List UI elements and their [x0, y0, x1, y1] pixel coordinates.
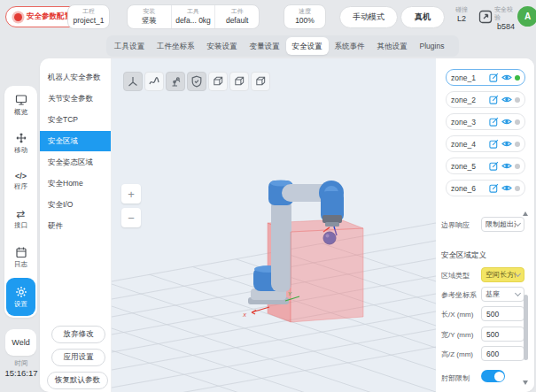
path-icon: [148, 75, 160, 88]
scroll-down-arrow[interactable]: [523, 380, 528, 385]
zone-list-item[interactable]: zone_4: [446, 135, 525, 152]
menu-item-safety-tcp[interactable]: 安全TCP: [40, 110, 111, 130]
tab-variable-settings[interactable]: 变量设置: [244, 37, 286, 55]
menu-item-safety-io[interactable]: 安全I/O: [40, 195, 111, 215]
code-icon: </>: [15, 172, 27, 181]
dim-y-input[interactable]: [481, 327, 524, 342]
tab-mount-settings[interactable]: 安装设置: [201, 37, 244, 55]
tab-workpiece-frame[interactable]: 工件坐标系: [151, 37, 201, 55]
collision-label: 碰撞: [455, 6, 468, 14]
zoom-out-button[interactable]: −: [121, 208, 141, 227]
nav-item-program[interactable]: </> 程序: [4, 162, 37, 200]
dim-x-input[interactable]: [481, 306, 524, 321]
tab-system-events[interactable]: 系统事件: [329, 37, 371, 55]
zone-list-item[interactable]: zone_3: [446, 113, 525, 130]
edit-icon[interactable]: [488, 183, 499, 194]
project-selector[interactable]: 工程 project_1: [67, 4, 110, 29]
tab-plugins[interactable]: Plugins: [414, 37, 451, 55]
nav-label: 设置: [14, 300, 27, 309]
zone-status-dot[interactable]: [515, 164, 520, 169]
eye-icon[interactable]: [501, 161, 512, 172]
view-axes-toggle-button[interactable]: [123, 72, 143, 91]
discard-changes-button[interactable]: 放弃修改: [51, 326, 105, 343]
zone-status-dot[interactable]: [515, 186, 520, 191]
eye-icon[interactable]: [501, 139, 512, 150]
edit-icon[interactable]: [488, 95, 499, 105]
edit-icon[interactable]: [488, 73, 499, 83]
menu-item-safety-posture-zone[interactable]: 安全姿态区域: [40, 152, 111, 173]
mount-selector[interactable]: 安装 竖装: [128, 5, 171, 28]
safety-check-value: b584: [497, 22, 515, 32]
restore-defaults-button[interactable]: 恢复默认参数: [47, 372, 108, 389]
apply-settings-button[interactable]: 应用设置: [51, 349, 105, 366]
view-cube-top-button[interactable]: [251, 72, 270, 91]
robot-3d-viewport[interactable]: X Y: [112, 58, 436, 392]
zone-list-item[interactable]: zone_5: [446, 158, 525, 174]
scrollbar-thumb[interactable]: [524, 295, 528, 360]
boundary-response-dropdown[interactable]: 限制超出边界: [481, 217, 524, 232]
safety-zone-visibility-button[interactable]: [187, 72, 206, 91]
nav-item-move[interactable]: 移动: [4, 124, 37, 162]
collision-level-indicator: 碰撞 L2: [448, 6, 475, 24]
robot-icon: [169, 75, 182, 88]
zone-list-item[interactable]: zone_1: [446, 69, 525, 86]
cube-icon: [212, 75, 224, 88]
zone-name: zone_6: [451, 184, 486, 193]
tab-other-settings[interactable]: 其他设置: [371, 37, 414, 55]
dim-z-input[interactable]: [481, 346, 524, 361]
eye-icon[interactable]: [501, 183, 512, 194]
view-cube-front-button[interactable]: [208, 72, 228, 91]
move-arrows-icon: [15, 132, 27, 144]
elbow-limit-toggle[interactable]: [481, 370, 505, 382]
nav-item-settings[interactable]: 设置: [6, 278, 35, 316]
tab-safety-settings[interactable]: 安全设置: [286, 37, 329, 55]
eye-icon[interactable]: [501, 117, 512, 127]
view-cube-side-button[interactable]: [229, 72, 249, 91]
edit-icon[interactable]: [488, 139, 499, 150]
gear-icon: [15, 286, 27, 298]
weld-button[interactable]: Weld: [5, 329, 36, 356]
scroll-up-arrow[interactable]: [523, 211, 528, 216]
edit-icon[interactable]: [488, 161, 499, 172]
menu-item-robot-safety-params[interactable]: 机器人安全参数: [40, 67, 111, 88]
eye-icon[interactable]: [501, 95, 512, 105]
path-toggle-button[interactable]: [144, 72, 164, 91]
zone-definition-section-title: 安全区域定义: [441, 250, 486, 261]
robot-3d-scene: X Y: [112, 58, 436, 392]
robot-visibility-button[interactable]: [166, 72, 185, 91]
nav-item-log[interactable]: 日志: [4, 238, 37, 276]
avatar[interactable]: A: [517, 6, 536, 27]
zoom-in-button[interactable]: +: [121, 184, 141, 204]
menu-item-hardware[interactable]: 硬件: [40, 216, 111, 236]
menu-item-joint-safety-params[interactable]: 关节安全参数: [40, 88, 111, 109]
nav-item-overview[interactable]: 概览: [4, 86, 37, 124]
edit-icon[interactable]: [488, 117, 499, 127]
zone-list-item[interactable]: zone_6: [446, 180, 525, 196]
time-value: 15:16:17: [0, 368, 43, 379]
workpiece-selector[interactable]: 工件 default: [214, 5, 259, 28]
manual-mode-button[interactable]: 手动模式: [339, 6, 398, 28]
nav-label: 接口: [14, 221, 27, 230]
menu-item-safety-home[interactable]: 安全Home: [40, 173, 111, 194]
nav-label: 日志: [14, 260, 27, 269]
dim-z-label: 高/Z (mm): [441, 350, 473, 359]
zone-status-dot[interactable]: [515, 75, 520, 81]
tool-selector[interactable]: 工具 defa... 0kg: [171, 5, 215, 28]
nav-label: 概览: [14, 108, 27, 117]
zone-list-item[interactable]: zone_2: [446, 91, 525, 108]
expand-icon[interactable]: [478, 10, 493, 24]
zone-status-dot[interactable]: [515, 119, 520, 125]
zone-status-dot[interactable]: [515, 142, 520, 147]
zone-name: zone_5: [451, 162, 486, 171]
tab-tool-settings[interactable]: 工具设置: [108, 37, 151, 55]
collision-value: L2: [457, 14, 466, 24]
ref-frame-dropdown[interactable]: 基座: [481, 287, 524, 302]
eye-icon[interactable]: [501, 73, 512, 83]
real-machine-button[interactable]: 真机: [400, 6, 445, 28]
menu-item-safety-zone[interactable]: 安全区域: [40, 131, 111, 151]
speed-selector[interactable]: 速度 100%: [284, 4, 326, 29]
zone-status-dot[interactable]: [515, 97, 520, 103]
zone-type-label: 区域类型: [441, 271, 470, 281]
zone-type-dropdown[interactable]: 空间长方体: [481, 267, 524, 282]
nav-item-interface[interactable]: ⇄ 接口: [4, 200, 37, 238]
